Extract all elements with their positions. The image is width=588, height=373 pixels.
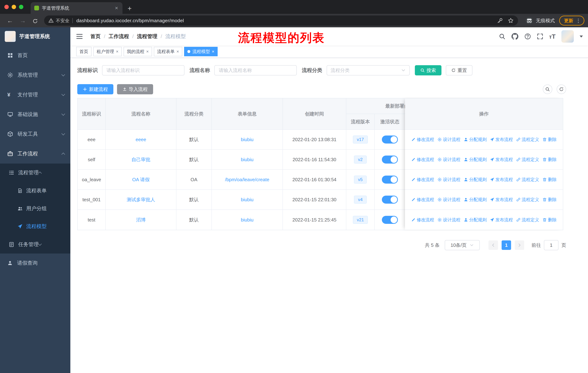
- process-name-link[interactable]: OA 请假: [132, 176, 149, 183]
- sidebar-item-process-form[interactable]: 流程表单: [0, 182, 70, 200]
- page-number-1[interactable]: 1: [502, 240, 511, 250]
- assign-rules-link[interactable]: 分配规则: [464, 217, 487, 223]
- process-definition-link[interactable]: 流程定义: [516, 137, 539, 142]
- process-definition-link[interactable]: 流程定义: [516, 177, 539, 182]
- version-badge[interactable]: v4: [354, 196, 367, 203]
- new-tab-button[interactable]: +: [128, 5, 132, 12]
- modify-process-link[interactable]: 修改流程: [411, 157, 434, 162]
- refresh-table-button[interactable]: [557, 84, 566, 94]
- tag-home[interactable]: 首页: [76, 47, 92, 56]
- tab-close-icon[interactable]: ×: [114, 5, 119, 11]
- sidebar-item-system-management[interactable]: 系统管理: [0, 65, 70, 85]
- active-status-toggle[interactable]: [382, 216, 398, 224]
- version-badge[interactable]: v21: [353, 216, 368, 224]
- sidebar-item-leave-query[interactable]: 请假查询: [0, 253, 70, 272]
- process-name-link[interactable]: 滔博: [136, 217, 146, 223]
- version-badge[interactable]: v2: [354, 156, 367, 163]
- close-icon[interactable]: ×: [177, 49, 179, 54]
- publish-process-link[interactable]: 发布流程: [490, 177, 513, 182]
- design-process-link[interactable]: 设计流程: [437, 197, 460, 202]
- modify-process-link[interactable]: 修改流程: [411, 197, 434, 202]
- assign-rules-link[interactable]: 分配规则: [464, 137, 487, 142]
- process-key-input[interactable]: [102, 65, 184, 75]
- delete-process-link[interactable]: 删除: [542, 137, 557, 142]
- sidebar-item-task-management[interactable]: 任务管理: [0, 235, 70, 253]
- tag-process-form[interactable]: 流程表单×: [154, 47, 182, 56]
- update-chip[interactable]: 更新 ⋮: [559, 16, 584, 26]
- active-status-toggle[interactable]: [382, 176, 398, 184]
- modify-process-link[interactable]: 修改流程: [411, 137, 434, 142]
- back-button[interactable]: ←: [4, 17, 16, 24]
- publish-process-link[interactable]: 发布流程: [490, 157, 513, 162]
- delete-process-link[interactable]: 删除: [542, 197, 557, 202]
- sidebar-item-process-management[interactable]: 流程管理: [0, 163, 70, 182]
- form-info-link[interactable]: biubiu: [241, 157, 253, 162]
- help-icon[interactable]: [524, 33, 531, 40]
- sidebar-item-infrastructure[interactable]: 基础设施: [0, 105, 70, 124]
- process-name-input[interactable]: [214, 65, 297, 75]
- modify-process-link[interactable]: 修改流程: [411, 177, 434, 182]
- close-window-button[interactable]: [4, 5, 9, 9]
- publish-process-link[interactable]: 发布流程: [490, 137, 513, 142]
- user-avatar[interactable]: [561, 30, 574, 43]
- process-name-link[interactable]: eeee: [136, 137, 146, 142]
- assign-rules-link[interactable]: 分配规则: [464, 197, 487, 202]
- process-category-select[interactable]: 流程分类: [327, 65, 410, 75]
- form-info-link[interactable]: biubiu: [241, 217, 253, 223]
- close-icon[interactable]: ×: [116, 49, 118, 54]
- prev-page-button[interactable]: [488, 240, 498, 250]
- breadcrumb-workflow[interactable]: 工作流程: [109, 33, 129, 40]
- process-definition-link[interactable]: 流程定义: [516, 157, 539, 162]
- modify-process-link[interactable]: 修改流程: [411, 217, 434, 223]
- browser-tab[interactable]: 芋道管理系统 ×: [31, 2, 123, 14]
- tag-my-process[interactable]: 我的流程×: [124, 47, 152, 56]
- process-name-link[interactable]: 自己审批: [131, 156, 150, 163]
- version-badge[interactable]: v5: [354, 176, 367, 183]
- address-bar[interactable]: 不安全 dashboard.yudao.iocoder.cn/bpm/manag…: [44, 15, 518, 26]
- sidebar-item-workflow[interactable]: 工作流程: [0, 144, 70, 163]
- goto-page-input[interactable]: [544, 240, 558, 250]
- reset-button[interactable]: 重置: [446, 65, 472, 75]
- zoom-window-button[interactable]: [19, 5, 23, 9]
- assign-rules-link[interactable]: 分配规则: [464, 177, 487, 182]
- close-icon[interactable]: ×: [146, 49, 149, 54]
- design-process-link[interactable]: 设计流程: [437, 217, 460, 223]
- minimize-window-button[interactable]: [12, 5, 16, 9]
- reload-button[interactable]: [29, 17, 41, 24]
- publish-process-link[interactable]: 发布流程: [490, 217, 513, 223]
- active-status-toggle[interactable]: [382, 196, 398, 204]
- import-process-button[interactable]: 导入流程: [117, 84, 153, 94]
- avatar-caret-icon[interactable]: [580, 36, 583, 38]
- close-icon[interactable]: ×: [212, 49, 214, 54]
- breadcrumb-process-management[interactable]: 流程管理: [137, 33, 158, 40]
- key-icon[interactable]: [497, 18, 503, 23]
- form-info-link[interactable]: /bpm/oa/leave/create: [225, 177, 269, 182]
- page-size-select[interactable]: 10条/页: [445, 240, 480, 250]
- sidebar-toggle-button[interactable]: [70, 33, 87, 40]
- sidebar-item-process-model[interactable]: 流程模型: [0, 217, 70, 235]
- sidebar-item-home[interactable]: 首页: [0, 46, 70, 65]
- sidebar-item-dev-tools[interactable]: 研发工具: [0, 124, 70, 144]
- next-page-button[interactable]: [515, 240, 524, 250]
- design-process-link[interactable]: 设计流程: [437, 157, 460, 162]
- github-icon[interactable]: [511, 33, 519, 40]
- active-status-toggle[interactable]: [382, 156, 398, 163]
- forward-button[interactable]: →: [16, 17, 29, 24]
- publish-process-link[interactable]: 发布流程: [490, 197, 513, 202]
- search-button[interactable]: 搜索: [415, 65, 441, 75]
- font-size-icon[interactable]: тT: [549, 33, 556, 40]
- version-badge[interactable]: v17: [353, 135, 368, 143]
- assign-rules-link[interactable]: 分配规则: [464, 157, 487, 162]
- delete-process-link[interactable]: 删除: [542, 177, 557, 182]
- sidebar-item-payment-management[interactable]: ¥ 支付管理: [0, 85, 70, 105]
- tag-tenant-management[interactable]: 租户管理×: [93, 47, 122, 56]
- active-status-toggle[interactable]: [382, 135, 398, 143]
- process-definition-link[interactable]: 流程定义: [516, 217, 539, 223]
- show-search-button[interactable]: [543, 84, 552, 94]
- form-info-link[interactable]: biubiu: [241, 137, 253, 142]
- design-process-link[interactable]: 设计流程: [437, 177, 460, 182]
- design-process-link[interactable]: 设计流程: [437, 137, 460, 142]
- process-definition-link[interactable]: 流程定义: [516, 197, 539, 202]
- delete-process-link[interactable]: 删除: [542, 157, 557, 162]
- create-process-button[interactable]: 新建流程: [77, 84, 113, 94]
